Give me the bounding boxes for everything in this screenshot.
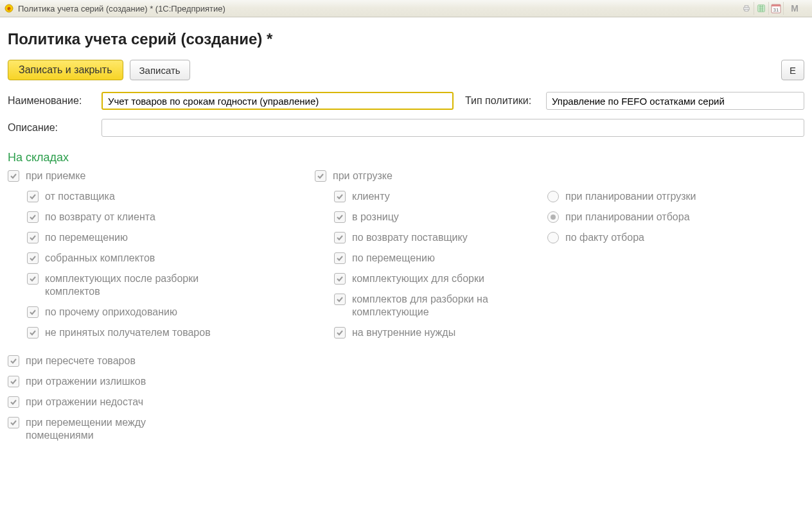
content-area: Политика учета серий (создание) * Записа… [0,17,812,457]
window-titlebar: e Политика учета серий (создание) * (1С:… [0,0,812,17]
radio-option[interactable]: при планировании отгрузки [547,190,804,203]
chk-label: при приемке [26,170,85,182]
chk-option[interactable]: при отражении недостач [8,396,804,409]
chk-label: собранных комплектов [45,252,155,265]
window-title: Политика учета серий (создание) * (1С:Пр… [18,4,225,13]
chk-option[interactable]: при перемещении между помещениями [8,416,804,442]
titlebar-tools: 31 M [739,2,812,15]
svg-rect-4 [745,10,748,12]
bottom-options: при пересчете товаровпри отражении излиш… [8,355,804,442]
toolbar: Записать и закрыть Записать Е [8,60,804,80]
chk-label: комплектующих после разборки комплектов [45,272,225,298]
checkbox-icon [27,252,39,264]
radio-label: при планировании отгрузки [565,190,696,203]
checkbox-icon [27,191,39,202]
chk-label: при пересчете товаров [26,355,136,367]
chk-on-shipment[interactable]: при отгрузке [315,170,547,182]
checkbox-icon [334,252,346,264]
chk-option[interactable]: при пересчете товаров [8,355,804,367]
row-name-type: Наименование: Тип политики: [8,92,804,110]
svg-rect-12 [772,4,781,6]
chk-label: по возврату от клиента [45,211,155,224]
checkbox-icon [8,376,19,387]
chk-option[interactable]: собранных комплектов [27,252,315,265]
chk-option[interactable]: на внутренние нужды [334,326,547,339]
row-description: Описание: [8,119,804,137]
section-warehouses: На складах [8,151,804,164]
radio-icon [547,191,559,202]
chk-option[interactable]: в розницу [334,211,547,224]
more-button[interactable]: Е [781,60,804,80]
chk-label: клиенту [352,190,390,203]
calendar-icon[interactable]: 31 [768,2,783,15]
radio-option[interactable]: по факту отбора [547,231,804,244]
chk-label: в розницу [352,211,399,224]
chk-label: при отражении недостач [26,396,143,409]
checkbox-icon [334,294,346,305]
chk-option[interactable]: не принятых получателем товаров [27,326,315,339]
chk-label: по прочему оприходованию [45,306,177,319]
chk-label: комплектующих для сборки [352,272,484,285]
chk-label: при отражении излишков [26,375,146,388]
print-icon[interactable] [739,2,754,15]
save-button[interactable]: Записать [130,60,190,80]
svg-rect-3 [745,6,748,8]
chk-option[interactable]: комплектов для разборки на комплектующие [334,293,547,319]
checkbox-icon [8,355,19,367]
radio-option[interactable]: при планировании отбора [547,211,804,224]
chk-label: на внутренние нужды [352,326,455,339]
column-receipt: при приемке от поставщикапо возврату от … [8,170,315,347]
name-label: Наименование: [8,95,96,107]
svg-text:31: 31 [773,7,779,13]
page-title: Политика учета серий (создание) * [8,30,804,48]
checkbox-icon [334,191,346,202]
chk-option[interactable]: по перемещению [27,231,315,244]
checkbox-icon [8,170,19,182]
chk-option[interactable]: комплектующих после разборки комплектов [27,272,315,298]
chk-option[interactable]: при отражении излишков [8,375,804,388]
save-close-button[interactable]: Записать и закрыть [8,60,123,80]
chk-option[interactable]: от поставщика [27,190,315,203]
description-input[interactable] [102,119,804,137]
column-shipment: при отгрузке клиентув розницупо возврату… [315,170,547,347]
app-logo-icon: e [4,3,14,13]
checkbox-icon [8,417,19,428]
options-columns: при приемке от поставщикапо возврату от … [8,170,804,347]
radio-icon [547,232,559,243]
chk-label: по возврату поставщику [352,231,468,244]
name-input[interactable] [102,92,454,110]
checkbox-icon [27,211,39,223]
chk-label: при перемещении между помещениями [26,416,206,442]
chk-option[interactable]: по возврату от клиента [27,211,315,224]
type-input[interactable] [546,92,804,110]
chk-option[interactable]: клиенту [334,190,547,203]
chk-label: комплектов для разборки на комплектующие [352,293,532,319]
checkbox-icon [334,273,346,285]
checkbox-icon [334,327,346,339]
checkbox-icon [334,211,346,223]
chk-label: по перемещению [352,252,435,265]
radio-label: по факту отбора [565,231,644,244]
checkbox-icon [27,232,39,243]
radio-icon [547,211,559,223]
radio-label: при планировании отбора [565,211,690,224]
chk-on-receipt[interactable]: при приемке [8,170,315,182]
m-icon[interactable]: M [783,2,806,15]
checkbox-icon [27,327,39,339]
chk-option[interactable]: по прочему оприходованию [27,306,315,319]
chk-option[interactable]: по возврату поставщику [334,231,547,244]
checkbox-icon [27,273,39,285]
checkbox-icon [27,306,39,318]
chk-option[interactable]: по перемещению [334,252,547,265]
chk-label: при отгрузке [333,170,393,182]
type-label: Тип политики: [465,95,541,107]
checkbox-icon [315,170,326,182]
description-label: Описание: [8,122,96,134]
svg-text:e: e [7,5,10,12]
chk-label: от поставщика [45,190,115,203]
calculator-icon[interactable] [754,2,768,15]
checkbox-icon [334,232,346,243]
column-timing: при планировании отгрузкипри планировани… [547,170,804,252]
chk-option[interactable]: комплектующих для сборки [334,272,547,285]
checkbox-icon [8,396,19,408]
